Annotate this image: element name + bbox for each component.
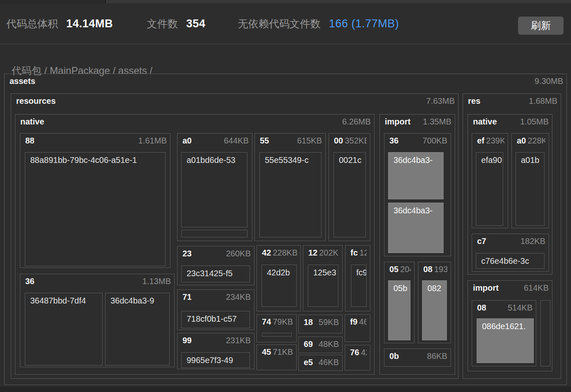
node-label: 76 — [350, 348, 359, 357]
node-file-name: 05b — [389, 281, 410, 293]
node-size: 239KB — [485, 136, 504, 146]
treemap-node-n71-leaf[interactable]: 718cf0b1-c57 — [181, 311, 250, 328]
node-file-name: 125e3 — [308, 265, 338, 277]
treemap-node-rc7-leaf[interactable]: c76e4b6e-3c — [476, 253, 545, 269]
node-label: 08 — [477, 303, 486, 313]
node-label: a0 — [517, 136, 526, 146]
treemap-node-n23-leaf[interactable]: 23c31425-f5 — [181, 265, 250, 282]
treemap-node-n99-leaf[interactable]: 9965e7f3-49 — [181, 352, 250, 368]
node-file-name: a01bd6de-53 — [182, 153, 247, 165]
node-file-name: 42d2b — [262, 265, 296, 277]
node-label: native — [20, 117, 44, 127]
node-size: 202KB — [317, 248, 339, 258]
node-size: 42 — [359, 348, 367, 357]
node-size: 204KB — [398, 265, 411, 274]
node-label: native — [473, 117, 497, 127]
treemap-node-na0-leaf[interactable]: a01bd6de-53 — [181, 152, 247, 227]
node-file-name: 88a891bb-79bc-4c06-a51e-1 — [25, 153, 165, 165]
treemap-node-n18[interactable]: 1859KB — [298, 315, 343, 333]
node-label: 08 — [423, 265, 432, 274]
node-size: 86KB — [425, 351, 447, 361]
node-size: 48KB — [317, 339, 339, 349]
node-size: 182KB — [519, 237, 545, 246]
treemap-node-n88-leaf[interactable]: 88a891bb-79bc-4c06-a51e-1 — [25, 152, 166, 266]
node-label: 45 — [262, 347, 271, 357]
node-file-name: 36dc4ba3- — [389, 203, 443, 215]
node-file-name: 082 — [422, 281, 446, 293]
node-size: 71KB — [271, 347, 293, 357]
treemap-node-ref-leaf[interactable]: efa90 — [476, 152, 503, 226]
node-file-name: 718cf0b1-c57 — [182, 311, 250, 324]
treemap-node-ri08-leaf[interactable]: 086de1621. — [477, 318, 534, 363]
node-file-name: 36dc4ba3- — [389, 153, 443, 165]
node-size: 46KB — [317, 358, 339, 367]
node-size: 193KB — [432, 265, 447, 274]
node-file-name: efa90 — [476, 153, 503, 165]
node-size: 1.61MB — [137, 136, 167, 146]
treemap-node-n74-part — [262, 333, 292, 337]
treemap-node-ra0-leaf[interactable]: a01b — [516, 152, 545, 226]
treemap-node-nf9[interactable]: f946 — [345, 314, 370, 342]
footer-bar — [0, 387, 571, 392]
node-label: resources — [16, 96, 56, 106]
node-size: 228KB — [271, 248, 297, 258]
node-label: f9 — [350, 317, 357, 327]
node-file-name: 9965e7f3-49 — [182, 353, 250, 365]
node-size: 6.26MB — [341, 117, 371, 127]
treemap-node-i36-leaf-1[interactable]: 36dc4ba3- — [388, 152, 444, 199]
node-size: 59KB — [317, 318, 339, 327]
node-size: 46 — [357, 317, 367, 327]
treemap-node-ne5[interactable]: e546KB — [298, 355, 343, 371]
treemap-node-nfc-leaf[interactable]: fc9 — [351, 265, 367, 307]
node-size: 1.35MB — [421, 117, 451, 127]
node-file-name: 0021c — [334, 153, 365, 165]
treemap-node-i0b[interactable]: 0b86KB — [384, 349, 451, 367]
node-size: 700KB — [421, 136, 447, 146]
treemap-node-n45[interactable]: 4571KB — [257, 344, 297, 370]
treemap-node-i05-leaf[interactable]: 05b — [388, 280, 410, 340]
node-file-name: 36487bbd-7df4 — [25, 293, 102, 306]
treemap: assets9.30MBresources7.63MBres1.68MBnati… — [0, 0, 571, 392]
node-label: 0b — [389, 351, 399, 361]
node-label: 69 — [304, 339, 313, 349]
node-label: fc — [350, 248, 358, 258]
treemap-node-n69[interactable]: 6948KB — [298, 337, 343, 353]
node-size: 1.13MB — [141, 277, 171, 286]
node-label: import — [385, 117, 410, 127]
treemap-node-i08-leaf[interactable]: 082 — [422, 280, 447, 340]
treemap-node-n12-leaf[interactable]: 125e3 — [308, 265, 338, 307]
treemap-node-n36-leaf-2[interactable]: 36dc4ba3-9 — [105, 293, 170, 366]
treemap-node-n42-leaf[interactable]: 42d2b — [262, 265, 297, 307]
node-file-name: a01b — [516, 153, 544, 165]
node-label: import — [473, 283, 499, 293]
node-label: res — [468, 96, 480, 106]
node-label: 23 — [182, 249, 192, 258]
node-label: 71 — [182, 292, 192, 302]
treemap-node-n74[interactable]: 7479KB — [257, 314, 297, 342]
treemap-node-n00-leaf[interactable]: 0021c — [333, 152, 366, 237]
node-size: 12 — [358, 248, 367, 258]
node-label: assets — [10, 76, 35, 86]
node-label: 55 — [260, 136, 269, 146]
node-size: 79KB — [271, 317, 293, 327]
node-size: 1.68MB — [527, 96, 557, 106]
node-file-name: 23c31425-f5 — [182, 266, 250, 278]
treemap-node-n55-leaf[interactable]: 55e55349-c — [259, 152, 321, 237]
node-size: 231KB — [224, 336, 251, 345]
node-file-name: c76e4b6e-3c — [476, 253, 544, 266]
node-label: 99 — [182, 336, 192, 345]
node-size: 234KB — [224, 292, 251, 302]
node-label: 05 — [389, 265, 398, 274]
treemap-node-i36-leaf-2[interactable]: 36dc4ba3- — [388, 203, 444, 253]
node-label: ef — [477, 136, 485, 146]
node-size: 352KB — [343, 136, 367, 146]
node-file-name: 55e55349-c — [260, 153, 321, 165]
node-size: 9.30MB — [533, 76, 563, 86]
node-size: 7.63MB — [425, 96, 455, 106]
node-label: 36 — [25, 277, 34, 286]
treemap-node-na0-part — [181, 230, 247, 237]
treemap-node-n36-leaf-1[interactable]: 36487bbd-7df4 — [25, 293, 103, 366]
node-label: e5 — [304, 358, 313, 367]
treemap-node-n76[interactable]: 7642 — [345, 345, 370, 370]
node-label: 42 — [262, 248, 271, 258]
